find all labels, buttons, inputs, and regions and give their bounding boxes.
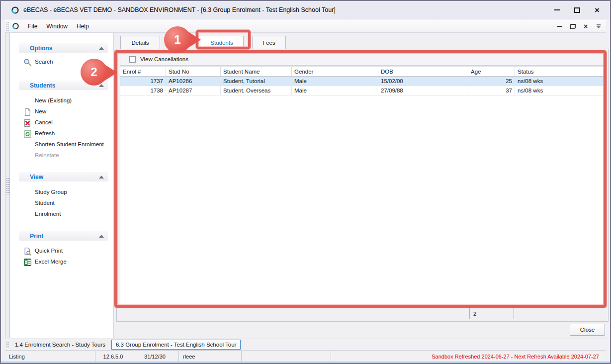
status-sandbox-message: Sandbox Refreshed 2024-06-27 - Next Refr… — [331, 351, 606, 362]
maximize-icon — [574, 7, 580, 13]
status-user: rleee — [179, 351, 242, 362]
cancel-icon — [23, 119, 32, 127]
mdi-close-button[interactable]: × — [580, 21, 591, 31]
app-logo-icon — [11, 6, 19, 14]
sidebar-item-label: Search — [35, 59, 53, 65]
new-document-icon — [23, 108, 32, 116]
refresh-icon — [23, 130, 32, 138]
sidebar-item-label: Student — [35, 200, 55, 206]
balloon-number: 1 — [164, 26, 191, 53]
toolbar-overflow-button[interactable] — [593, 21, 604, 31]
annotation-rect-grid — [114, 50, 607, 308]
sidebar-item-label: Reinstate — [35, 152, 59, 158]
close-icon: × — [584, 23, 588, 30]
overflow-icon — [597, 24, 601, 28]
collapse-arrow-icon — [99, 176, 104, 179]
sidebar-item-student[interactable]: Student — [10, 199, 114, 209]
sidebar-item-label: Enrolment — [35, 211, 61, 217]
menu-help[interactable]: Help — [72, 21, 93, 32]
sidebar-item-new[interactable]: New — [10, 107, 114, 117]
section-title: Students — [30, 82, 55, 89]
status-version: 12.6.5.0 — [95, 351, 131, 362]
sidebar-item-excel-merge[interactable]: Excel Merge — [10, 258, 114, 268]
sidebar-item-shorten-student-enrolment[interactable]: Shorten Student Enrolment — [10, 140, 114, 150]
sidebar-section-view[interactable]: View — [19, 172, 108, 182]
sidebar-item-reinstate: Reinstate — [10, 151, 114, 161]
window-bottom-edge — [1, 362, 610, 363]
menu-window[interactable]: Window — [42, 21, 72, 32]
sidebar-section-print[interactable]: Print — [19, 231, 108, 241]
toolbar-grip[interactable] — [6, 22, 9, 31]
menu-file[interactable]: File — [23, 21, 42, 32]
sidebar-item-label: Shorten Student Enrolment — [35, 141, 104, 147]
search-icon — [23, 58, 32, 67]
minimize-button[interactable] — [547, 2, 567, 17]
restore-icon — [570, 24, 576, 29]
sidebar-item-quick-print[interactable]: Quick Print — [10, 247, 114, 257]
status-empty-cell — [242, 351, 331, 362]
minimize-icon — [554, 9, 560, 10]
window-tab-bar: 1.4 Enrolment Search - Study Tours 6.3 G… — [5, 339, 606, 350]
sidebar-item-label: Excel Merge — [35, 259, 67, 265]
tab-details[interactable]: Details — [120, 36, 160, 49]
sidebar-item-label: Study Group — [35, 189, 67, 195]
bottom-tab-group-enrolment[interactable]: 6.3 Group Enrolment - Test English Schoo… — [111, 340, 241, 350]
collapse-arrow-icon — [99, 235, 104, 238]
section-title: Options — [30, 45, 52, 52]
mdi-restore-button[interactable] — [567, 21, 578, 31]
tab-fees[interactable]: Fees — [252, 36, 286, 49]
tab-bar-grip[interactable] — [6, 341, 9, 348]
excel-icon — [23, 258, 32, 267]
status-mode: Listing — [5, 351, 95, 362]
splitter-grip[interactable] — [6, 178, 9, 194]
status-bar: Listing 12.6.5.0 31/12/30 rleee Sandbox … — [5, 350, 606, 362]
sidebar-item-new-existing[interactable]: New (Existing) — [10, 96, 114, 106]
section-title: View — [30, 174, 43, 181]
collapse-arrow-icon — [99, 47, 104, 50]
maximize-button[interactable] — [567, 2, 587, 17]
record-count-box: 2 — [469, 308, 514, 319]
app-logo-icon — [12, 22, 19, 30]
bottom-tab-enrolment-search[interactable]: 1.4 Enrolment Search - Study Tours — [11, 340, 109, 349]
close-icon: × — [595, 6, 600, 14]
sidebar-section-options[interactable]: Options — [19, 43, 108, 53]
title-bar: eBECAS - eBECAS VET DEMO - SANDBOX ENVIR… — [1, 1, 610, 19]
section-title: Print — [30, 233, 43, 240]
sidebar-item-label: Cancel — [35, 119, 53, 125]
sidebar-item-enrolment[interactable]: Enrolment — [10, 210, 114, 220]
close-button[interactable]: Close — [570, 324, 605, 336]
app-window: eBECAS - eBECAS VET DEMO - SANDBOX ENVIR… — [0, 0, 611, 364]
close-window-button[interactable]: × — [587, 2, 607, 17]
sidebar-item-label: New — [35, 108, 46, 114]
dock-strip — [5, 33, 10, 338]
balloon-number: 2 — [81, 59, 107, 86]
mdi-minimize-button[interactable] — [554, 21, 565, 31]
sidebar-item-study-group[interactable]: Study Group — [10, 188, 114, 198]
annotation-rect-students-tab — [196, 30, 251, 49]
menu-bar: File Window Help × — [5, 20, 606, 33]
sidebar-item-label: Refresh — [35, 130, 55, 136]
sidebar-item-cancel[interactable]: Cancel — [10, 118, 114, 128]
sidebar-item-refresh[interactable]: Refresh — [10, 129, 114, 139]
sidebar-item-label: New (Existing) — [35, 97, 72, 103]
sidebar-item-label: Quick Print — [35, 248, 63, 254]
quick-print-icon — [23, 247, 32, 256]
minimize-icon — [557, 26, 562, 27]
status-date: 31/12/30 — [131, 351, 179, 362]
window-title: eBECAS - eBECAS VET DEMO - SANDBOX ENVIR… — [23, 6, 336, 13]
